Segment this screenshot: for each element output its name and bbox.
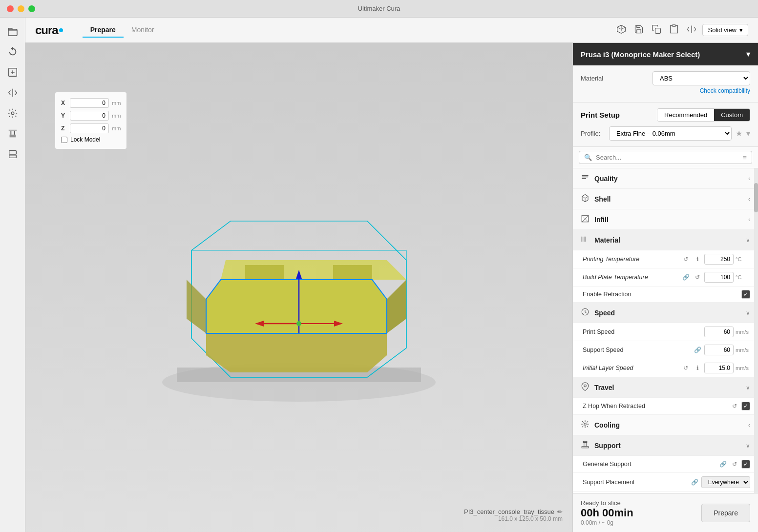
check-compat-link[interactable]: Check compatibility [581,85,750,96]
sidebar-item-support[interactable] [3,124,22,143]
print-speed-label: Print Speed [583,328,704,335]
bottom-bar: Ready to slice 00h 00min 0.00m / ~ 0g Pr… [573,493,758,532]
sidebar-item-folder[interactable] [3,21,22,41]
svg-rect-7 [9,151,16,154]
svg-point-37 [296,321,301,326]
initial-layer-reset[interactable]: ↺ [681,363,691,373]
svg-line-14 [191,221,231,250]
minimize-button[interactable] [18,5,24,12]
section-support[interactable]: Support ∨ [573,435,758,456]
initial-layer-speed-input[interactable] [704,363,734,373]
print-setup-section: Print Setup Recommended Custom Profile: … [573,102,758,147]
support-speed-link[interactable]: 🔗 [693,345,702,355]
tab-prepare[interactable]: Prepare [83,23,124,38]
y-input[interactable] [70,111,109,121]
z-hop-checkbox[interactable]: ✓ [741,402,750,410]
gen-support-link[interactable]: 🔗 [718,459,728,469]
section-material[interactable]: Material ∨ [573,230,758,250]
generate-support-label: Generate Support [583,461,718,468]
support-speed-input[interactable] [704,345,734,355]
viewport[interactable]: X mm Y mm Z mm [25,43,572,532]
maximize-button[interactable] [28,5,35,12]
profile-star-icon[interactable]: ★ [736,129,742,138]
paste-icon[interactable] [667,22,681,38]
svg-point-47 [584,423,587,426]
svg-rect-0 [8,29,17,36]
printer-dropdown-icon[interactable]: ▾ [746,50,750,59]
sidebar-item-extruder[interactable] [3,144,22,164]
sidebar-item-mirror[interactable] [3,83,22,102]
profile-chevron-icon[interactable]: ▾ [746,129,750,138]
x-input[interactable] [70,98,109,108]
support-speed-label: Support Speed [583,347,693,353]
enable-retraction-checkbox[interactable]: ✓ [741,290,750,299]
filename: PI3_center_console_tray_tissue [464,508,554,515]
lock-model-checkbox[interactable] [61,137,67,143]
prepare-button[interactable]: Prepare [701,504,750,522]
support-placement-select[interactable]: Everywhere [701,476,750,488]
printing-temp-reset[interactable]: ↺ [681,254,691,264]
setting-generate-support: Generate Support 🔗 ↺ ✓ [573,456,758,473]
sidebar-item-rotate[interactable] [3,42,22,61]
close-button[interactable] [7,5,14,12]
material-select[interactable]: ABS [653,71,750,85]
build-plate-input[interactable] [704,272,734,283]
svg-point-2 [11,112,14,115]
z-hop-label: Z Hop When Retracted [583,403,730,409]
search-row: 🔍 ≡ [579,151,752,164]
print-speed-input[interactable] [704,327,734,337]
speed-title: Speed [594,309,746,317]
section-quality[interactable]: Quality ‹ [573,168,758,189]
3d-model [147,182,450,416]
mirror-icon[interactable] [685,22,698,38]
sidebar-item-settings[interactable] [3,103,22,123]
svg-marker-25 [187,280,206,333]
section-shell[interactable]: Shell ‹ [573,189,758,209]
gen-support-reset[interactable]: ↺ [730,459,739,469]
view-mode-dropdown[interactable]: Solid view ▾ [702,24,748,36]
section-travel[interactable]: Travel ∨ [573,377,758,398]
enable-retraction-controls: ✓ [741,290,750,299]
support-section-icon [581,440,590,450]
save-icon[interactable] [632,22,646,38]
support-placement-link[interactable]: 🔗 [690,477,699,487]
tab-monitor[interactable]: Monitor [124,23,162,38]
infill-icon [581,214,590,225]
printer-name: Prusa i3 (Monoprice Maker Select) [581,50,700,59]
left-sidebar [0,18,25,532]
build-plate-link[interactable]: 🔗 [681,272,691,282]
copy-icon[interactable] [650,22,663,38]
z-hop-reset[interactable]: ↺ [730,401,739,411]
setting-print-speed: Print Speed mm/s [573,323,758,341]
svg-rect-10 [673,24,676,26]
logo-dot [59,28,63,32]
window-controls[interactable] [7,5,35,12]
tab-recommended[interactable]: Recommended [657,109,714,121]
tab-custom[interactable]: Custom [714,109,750,121]
filter-icon[interactable]: ≡ [742,153,747,162]
right-panel: Prusa i3 (Monoprice Maker Select) ▾ Mate… [572,43,758,532]
print-mode-tabs: Recommended Custom [657,108,750,122]
print-speed-unit: mm/s [736,329,750,335]
generate-support-checkbox[interactable]: ✓ [741,460,750,469]
initial-layer-info[interactable]: ℹ [693,363,702,373]
section-infill[interactable]: Infill ‹ [573,209,758,230]
printing-temp-input[interactable] [704,254,734,265]
section-cooling[interactable]: Cooling ‹ [573,415,758,435]
transform-x-row: X mm [61,98,121,108]
edit-icon[interactable]: ✏ [557,508,563,515]
search-input[interactable] [596,154,738,161]
scrollbar-thumb[interactable] [754,183,758,212]
view-mode-chevron: ▾ [739,26,743,34]
build-plate-reset[interactable]: ↺ [693,272,702,282]
section-speed[interactable]: Speed ∨ [573,303,758,323]
profile-select[interactable]: Extra Fine – 0.06mm [609,126,732,141]
cooling-icon [581,420,590,430]
printing-temp-info[interactable]: ℹ [693,254,702,264]
view-3d-icon[interactable] [614,22,628,38]
z-input[interactable] [70,123,109,133]
generate-support-controls: 🔗 ↺ ✓ [718,459,750,469]
print-setup-label: Print Setup [581,111,620,119]
x-label: X [61,100,67,106]
sidebar-item-scale[interactable] [3,62,22,82]
